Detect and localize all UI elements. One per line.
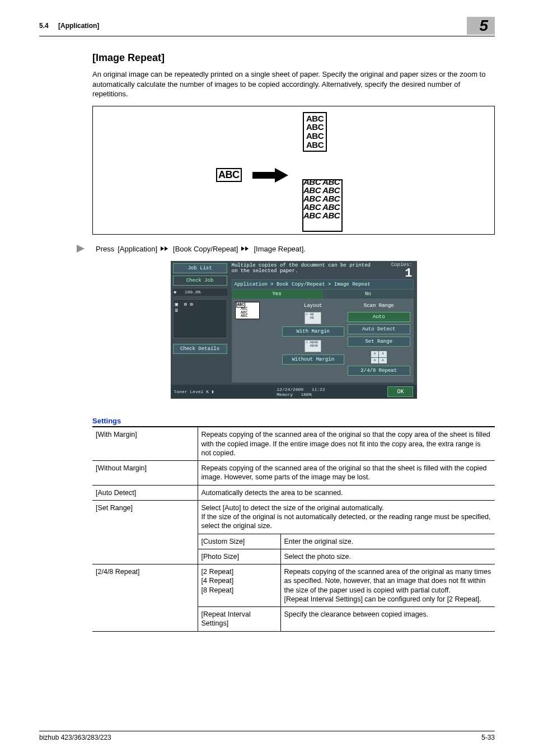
illus-output-1: ABC ABC ABC ABC	[303, 112, 327, 152]
illus-line: ABC	[306, 114, 324, 123]
copies-value: 1	[391, 268, 413, 280]
illus-line: ABC ABC	[303, 203, 340, 211]
arrow-right-icon	[77, 245, 87, 253]
nav-text: [Image Repeat].	[254, 245, 306, 253]
setting-label: [2/4/8 Repeat]	[92, 564, 198, 632]
chapter-badge: 5	[467, 17, 495, 35]
job-list-button[interactable]: Job List	[173, 263, 227, 273]
footer-date: 12/24/2009	[277, 387, 303, 392]
ok-button[interactable]: OK	[387, 386, 413, 397]
setting-desc: Repeats copying of the scanned area of t…	[280, 564, 495, 607]
setting-desc: Select [Auto] to detect the size of the …	[198, 500, 495, 534]
page-header: 5.4 [Application] 5	[39, 17, 495, 36]
check-details-button[interactable]: Check Details	[173, 344, 227, 354]
nav-text: [Book Copy/Repeat]	[173, 245, 238, 253]
repeat-248-button[interactable]: 2/4/8 Repeat	[348, 366, 410, 376]
yes-no-tabs: Yes No	[232, 290, 414, 298]
page-title: [Image Repeat]	[92, 52, 495, 64]
illus-line: ABC ABC	[303, 211, 340, 220]
setting-desc: Specify the clearance between copied ima…	[280, 607, 495, 632]
svg-rect-0	[252, 172, 275, 179]
setting-sublabel: [Photo Size]	[198, 549, 280, 564]
section-number: 5.4	[39, 22, 49, 30]
illus-output-2: ABC ABC ABC ABC ABC ABC ABC ABC ABC ABC	[302, 179, 343, 232]
without-margin-button[interactable]: Without Margin	[282, 354, 344, 365]
setting-desc: Repeats copying of the scanned area of t…	[198, 427, 495, 461]
device-screenshot: Job List Check Job ■ 100.0% ▣ ⚙ ⚙≣ Check…	[171, 261, 417, 399]
breadcrumb: Application > Book Copy/Repeat > Image R…	[232, 279, 414, 290]
setting-label: [Auto Detect]	[92, 485, 198, 500]
svg-marker-6	[245, 246, 249, 251]
screen-title-line: on the selected paper.	[232, 268, 298, 274]
footer-mem-value: 100%	[301, 392, 312, 397]
ratio-value: 100.0%	[185, 290, 201, 295]
illus-line: ABC ABC	[303, 186, 340, 194]
zoom-ratio: ■ 100.0%	[173, 288, 227, 296]
setting-sublabel: [Repeat Interval Settings]	[198, 607, 280, 632]
auto-button[interactable]: Auto	[348, 312, 410, 322]
navigation-instruction: Press [Application] [Book Copy/Repeat] […	[77, 245, 495, 253]
sample-box: ABC ABC ABC ABC	[235, 302, 260, 319]
nav-text: Press	[96, 245, 114, 253]
tab-yes[interactable]: Yes	[232, 290, 322, 298]
illus-line: ABC ABC	[303, 179, 340, 186]
footer-page: 5-33	[481, 734, 495, 741]
table-row: [Set Range] Select [Auto] to detect the …	[92, 500, 495, 534]
double-chevron-icon	[161, 246, 170, 251]
screen-footer: Toner Level K ▮ 12/24/2009 11:22 Memory …	[171, 385, 417, 399]
section-title: [Application]	[58, 22, 99, 30]
toner-label: Toner Level	[174, 389, 204, 394]
toner-key: K	[206, 389, 209, 394]
layout-heading: Layout	[282, 303, 344, 309]
svg-marker-5	[241, 246, 245, 251]
setting-label: [With Margin]	[92, 427, 198, 461]
sample-line: ABC	[241, 314, 248, 318]
scan-range-heading: Scan Range	[348, 303, 410, 309]
settings-heading: Settings	[92, 416, 495, 427]
page-footer: bizhub 423/363/283/223 5-33	[39, 731, 495, 741]
copies-counter: Copies: 1	[391, 262, 413, 280]
illus-line: ABC	[306, 123, 324, 132]
header-left: 5.4 [Application]	[39, 22, 99, 30]
intro-paragraph: An original image can be repeatedly prin…	[92, 69, 495, 99]
settings-table: Settings [With Margin] Repeats copying o…	[92, 416, 495, 631]
auto-detect-button[interactable]: Auto Detect	[348, 324, 410, 334]
layout-icon: ▭ ABAB ABAB	[305, 340, 321, 352]
table-row: [2/4/8 Repeat] [2 Repeat] [4 Repeat] [8 …	[92, 564, 495, 607]
setting-desc: Select the photo size.	[280, 549, 495, 564]
illus-line: ABC	[306, 132, 324, 141]
setting-desc: Enter the original size.	[280, 534, 495, 549]
setting-desc: Automatically detects the area to be sca…	[198, 485, 495, 500]
layout-icon: ▭ AB AB	[305, 312, 321, 324]
footer-time: 11:22	[312, 387, 325, 392]
illus-line: ABC	[306, 141, 324, 150]
screen-title-line: Multiple copies of the document can be p…	[232, 263, 371, 268]
footer-model: bizhub 423/363/283/223	[39, 734, 111, 741]
setting-desc: Repeats copying of the scanned area of t…	[198, 461, 495, 486]
svg-marker-3	[161, 246, 164, 251]
illustration: ABC ABC ABC ABC ABC ABC ABC ABC ABC ABC …	[92, 106, 495, 235]
screen-title: Multiple copies of the document can be p…	[232, 263, 414, 274]
set-range-button[interactable]: Set Range	[348, 337, 410, 347]
svg-marker-4	[165, 246, 168, 251]
setting-label: [Without Margin]	[92, 461, 198, 486]
footer-mem-label: Memory	[277, 392, 293, 397]
table-row: [Auto Detect] Automatically detects the …	[92, 485, 495, 500]
illus-source: ABC	[216, 168, 242, 182]
svg-marker-2	[77, 245, 85, 253]
tab-no[interactable]: No	[322, 290, 414, 298]
with-margin-button[interactable]: With Margin	[282, 326, 344, 337]
repeat-grid-icon: AA AA	[371, 351, 387, 363]
illus-line: ABC ABC	[303, 194, 340, 203]
setting-sublabel: [Custom Size]	[198, 534, 280, 549]
nav-text: [Application]	[118, 245, 157, 253]
double-chevron-icon	[241, 246, 250, 251]
setting-sublabel: [2 Repeat] [4 Repeat] [8 Repeat]	[198, 564, 280, 607]
check-job-button[interactable]: Check Job	[173, 276, 227, 286]
setting-label: [Set Range]	[92, 500, 198, 564]
svg-marker-1	[275, 168, 288, 183]
preview-panel: ▣ ⚙ ⚙≣	[173, 299, 227, 338]
table-row: [With Margin] Repeats copying of the sca…	[92, 427, 495, 461]
arrow-icon	[252, 167, 292, 183]
table-row: [Without Margin] Repeats copying of the …	[92, 461, 495, 486]
